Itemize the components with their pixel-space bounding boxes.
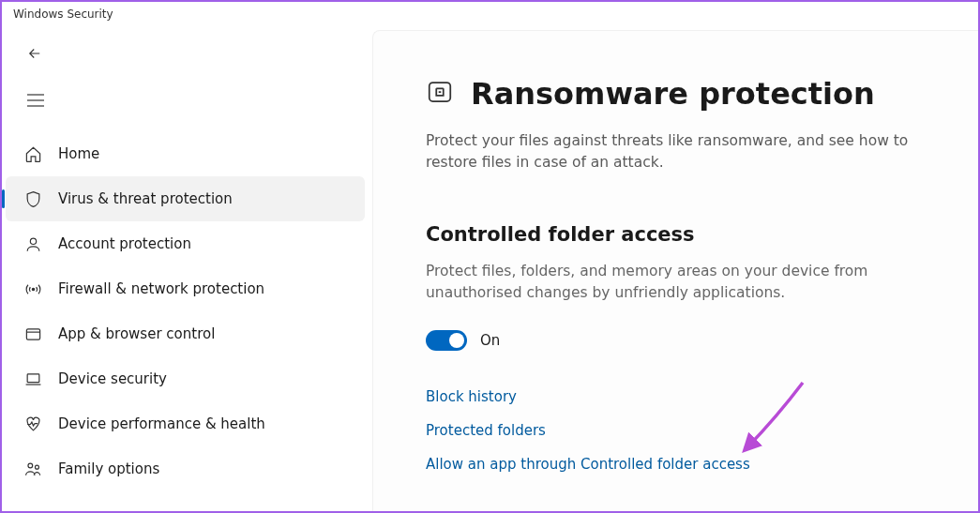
sidebar-item-label: App & browser control bbox=[58, 325, 215, 342]
home-icon bbox=[23, 143, 43, 164]
controlled-folder-toggle[interactable] bbox=[426, 330, 467, 351]
sidebar-item-performance[interactable]: Device performance & health bbox=[2, 401, 372, 446]
sidebar-item-label: Home bbox=[58, 145, 99, 162]
sidebar-item-virus-threat[interactable]: Virus & threat protection bbox=[6, 176, 365, 221]
sidebar-item-device-security[interactable]: Device security bbox=[2, 356, 372, 401]
svg-point-4 bbox=[32, 288, 34, 290]
sidebar-item-account[interactable]: Account protection bbox=[2, 221, 372, 266]
family-icon bbox=[23, 459, 43, 479]
sidebar-item-label: Family options bbox=[58, 460, 159, 477]
svg-point-9 bbox=[27, 463, 32, 468]
sidebar-item-label: Firewall & network protection bbox=[58, 280, 264, 297]
svg-point-3 bbox=[30, 238, 36, 244]
person-icon bbox=[23, 234, 43, 254]
sidebar-item-label: Device security bbox=[58, 370, 167, 387]
sidebar-item-family[interactable]: Family options bbox=[2, 446, 372, 491]
page-title: Ransomware protection bbox=[471, 76, 875, 112]
section-title: Controlled folder access bbox=[426, 223, 933, 246]
hamburger-button[interactable] bbox=[19, 84, 51, 116]
svg-rect-5 bbox=[26, 328, 39, 339]
sidebar-item-app-browser[interactable]: App & browser control bbox=[2, 311, 372, 356]
toggle-state-label: On bbox=[480, 332, 500, 349]
hamburger-icon bbox=[27, 94, 44, 107]
link-protected-folders[interactable]: Protected folders bbox=[426, 422, 933, 439]
sidebar-item-label: Virus & threat protection bbox=[58, 190, 233, 207]
laptop-icon bbox=[23, 369, 43, 389]
antenna-icon bbox=[23, 279, 43, 299]
link-block-history[interactable]: Block history bbox=[426, 388, 933, 405]
sidebar: Home Virus & threat protection Account p… bbox=[2, 30, 372, 511]
svg-rect-7 bbox=[27, 373, 39, 382]
ransomware-icon bbox=[426, 78, 454, 110]
shield-icon bbox=[23, 189, 43, 209]
sidebar-item-home[interactable]: Home bbox=[2, 131, 372, 176]
app-window-icon bbox=[23, 324, 43, 344]
content-pane: Ransomware protection Protect your files… bbox=[372, 30, 978, 511]
sidebar-item-firewall[interactable]: Firewall & network protection bbox=[2, 266, 372, 311]
page-description: Protect your files against threats like … bbox=[426, 130, 933, 174]
svg-point-10 bbox=[35, 465, 38, 469]
sidebar-item-label: Device performance & health bbox=[58, 415, 265, 432]
link-allow-app[interactable]: Allow an app through Controlled folder a… bbox=[426, 456, 933, 473]
sidebar-item-label: Account protection bbox=[58, 235, 191, 252]
back-arrow-icon bbox=[26, 45, 43, 62]
section-description: Protect files, folders, and memory areas… bbox=[426, 261, 913, 305]
back-button[interactable] bbox=[19, 38, 51, 69]
heartbeat-icon bbox=[23, 414, 43, 434]
window-title: Windows Security bbox=[2, 2, 978, 30]
